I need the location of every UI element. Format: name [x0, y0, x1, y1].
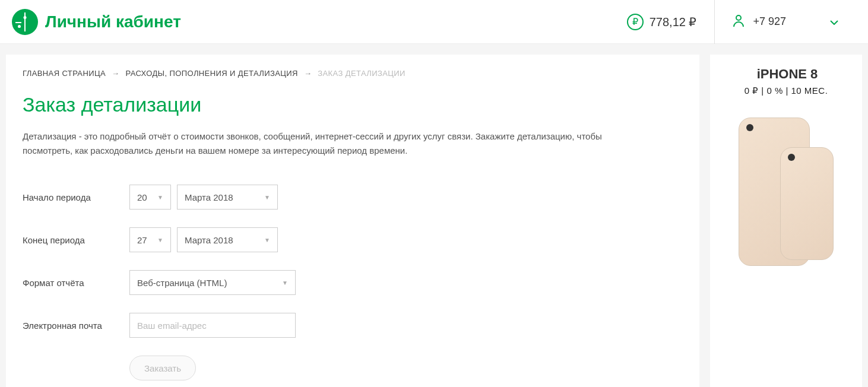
breadcrumb-section[interactable]: РАСХОДЫ, ПОПОЛНЕНИЯ И ДЕТАЛИЗАЦИЯ [125, 69, 297, 78]
breadcrumb-current: ЗАКАЗ ДЕТАЛИЗАЦИИ [318, 69, 406, 78]
phone-selector[interactable]: +7 927 [714, 0, 856, 44]
dropdown-icon: ▼ [282, 280, 288, 286]
header: Личный кабинет ₽ 778,12 ₽ +7 927 [0, 0, 868, 44]
brand-icon [12, 9, 38, 35]
end-period-label: Конец периода [23, 234, 129, 246]
logo-text: Личный кабинет [45, 12, 181, 31]
email-field[interactable] [129, 313, 296, 338]
page-description: Детализация - это подробный отчёт о стои… [23, 129, 652, 158]
arrow-icon: → [112, 69, 119, 78]
dropdown-icon: ▼ [264, 194, 270, 201]
promo-banner[interactable]: iPHONE 8 0 ₽ | 0 % | 10 МЕС. [710, 55, 862, 387]
svg-point-0 [736, 15, 741, 20]
start-month-select[interactable]: Марта 2018 ▼ [177, 185, 278, 210]
main-content: ГЛАВНАЯ СТРАНИЦА → РАСХОДЫ, ПОПОЛНЕНИЯ И… [6, 55, 699, 387]
logo[interactable]: Личный кабинет [12, 9, 181, 35]
phone-number: +7 927 [753, 15, 786, 28]
start-period-label: Начало периода [23, 191, 129, 204]
dropdown-icon: ▼ [157, 237, 163, 243]
end-day-select[interactable]: 27 ▼ [129, 227, 171, 252]
balance-amount: 778,12 ₽ [650, 15, 697, 29]
dropdown-icon: ▼ [157, 194, 163, 201]
chevron-down-icon [830, 17, 838, 27]
promo-image [716, 112, 856, 290]
report-format-select[interactable]: Веб-страница (HTML) ▼ [129, 270, 296, 295]
ruble-icon: ₽ [627, 14, 644, 30]
format-label: Формат отчёта [23, 277, 129, 289]
email-label: Электронная почта [23, 319, 129, 332]
breadcrumb-home[interactable]: ГЛАВНАЯ СТРАНИЦА [23, 69, 106, 78]
breadcrumb: ГЛАВНАЯ СТРАНИЦА → РАСХОДЫ, ПОПОЛНЕНИЯ И… [23, 69, 683, 78]
dropdown-icon: ▼ [264, 237, 270, 243]
balance-display[interactable]: ₽ 778,12 ₽ [609, 14, 715, 30]
order-button[interactable]: Заказать [129, 356, 196, 380]
promo-title: iPHONE 8 [716, 66, 856, 82]
promo-subtitle: 0 ₽ | 0 % | 10 МЕС. [716, 85, 856, 96]
page-title: Заказ детализации [23, 93, 683, 116]
end-month-select[interactable]: Марта 2018 ▼ [177, 227, 278, 252]
start-day-select[interactable]: 20 ▼ [129, 185, 171, 210]
arrow-icon: → [304, 69, 312, 78]
user-icon [733, 14, 745, 30]
